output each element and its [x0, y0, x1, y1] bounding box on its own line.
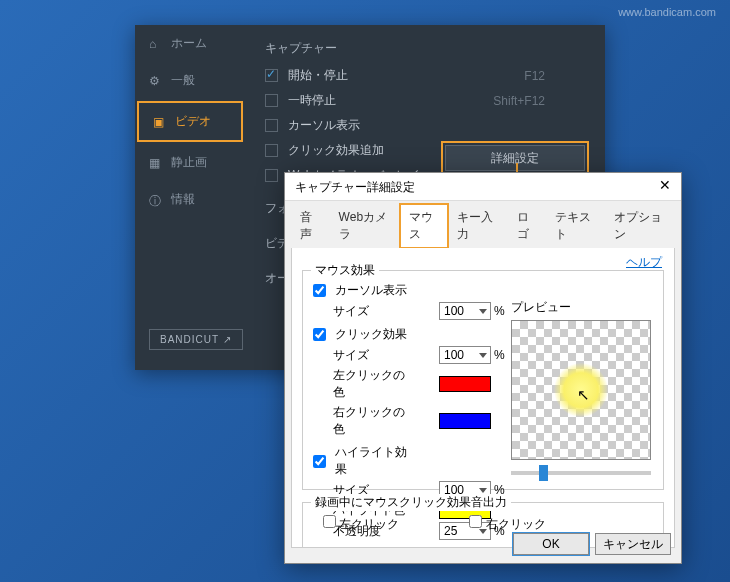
tab-logo[interactable]: ロゴ — [508, 204, 547, 248]
watermark: www.bandicam.com — [618, 6, 716, 18]
capture-advanced-dialog: キャプチャー詳細設定 ✕ 音声 Webカメラ マウス キー入力 ロゴ テキスト … — [284, 172, 682, 564]
sidebar-item-home[interactable]: ⌂ ホーム — [135, 25, 245, 62]
sidebar-label: ビデオ — [175, 113, 211, 130]
home-icon: ⌂ — [149, 37, 163, 51]
opacity-slider[interactable] — [511, 471, 651, 475]
checkbox-sound-left[interactable]: 左クリック — [323, 515, 399, 533]
row-pause[interactable]: 一時停止 Shift+F12 — [265, 92, 585, 109]
pct-label: % — [494, 304, 505, 318]
sidebar-item-image[interactable]: ▦ 静止画 — [135, 144, 245, 181]
label-size: サイズ — [313, 347, 391, 364]
select-click-size[interactable]: 100 — [439, 346, 491, 364]
checkbox-icon[interactable] — [265, 144, 278, 157]
checkbox-icon[interactable] — [265, 69, 278, 82]
sidebar-item-info[interactable]: ⓘ 情報 — [135, 181, 245, 218]
sidebar-item-video[interactable]: ▣ ビデオ — [137, 101, 243, 142]
cancel-button[interactable]: キャンセル — [595, 533, 671, 555]
gear-icon: ⚙ — [149, 74, 163, 88]
hotkey-label: F12 — [524, 69, 545, 83]
video-icon: ▣ — [153, 115, 167, 129]
label-right-color: 右クリックの色 — [313, 404, 413, 438]
dialog-footer: OK キャンセル — [513, 533, 671, 555]
label-right-click: 右クリック — [486, 517, 546, 531]
swatch-right-click[interactable] — [439, 413, 491, 429]
dialog-title-text: キャプチャー詳細設定 — [295, 180, 415, 194]
checkbox-icon[interactable] — [265, 119, 278, 132]
image-icon: ▦ — [149, 156, 163, 170]
checkbox-icon[interactable] — [265, 169, 278, 182]
row-start-stop[interactable]: 開始・停止 F12 — [265, 67, 585, 84]
row-cursor[interactable]: カーソル表示 — [265, 117, 585, 134]
sidebar-item-general[interactable]: ⚙ 一般 — [135, 62, 245, 99]
sidebar-label: 静止画 — [171, 154, 207, 171]
group-title: 録画中にマウスクリック効果音出力 — [311, 494, 511, 511]
select-cursor-size[interactable]: 100 — [439, 302, 491, 320]
preview-label: プレビュー — [511, 299, 651, 316]
tab-mouse[interactable]: マウス — [400, 204, 449, 248]
tab-audio[interactable]: 音声 — [291, 204, 330, 248]
checkbox-click-effect[interactable] — [313, 328, 326, 341]
row-label: 開始・停止 — [288, 67, 348, 84]
sidebar-label: 情報 — [171, 191, 195, 208]
checkbox-sound-right[interactable]: 右クリック — [469, 515, 545, 533]
checkbox-highlight-effect[interactable] — [313, 455, 326, 468]
tab-webcam[interactable]: Webカメラ — [330, 204, 400, 248]
dialog-body: ヘルプ マウス効果 カーソル表示 サイズ 100 % クリック効果 サイズ 10… — [291, 248, 675, 548]
bandicut-link[interactable]: BANDICUT ↗ — [149, 329, 243, 350]
tab-strip: 音声 Webカメラ マウス キー入力 ロゴ テキスト オプション — [285, 201, 681, 248]
checkbox-icon[interactable] — [469, 515, 482, 528]
slider-thumb-icon[interactable] — [539, 465, 548, 481]
sidebar-label: 一般 — [171, 72, 195, 89]
preview-canvas: ↖ — [511, 320, 651, 460]
dialog-title-bar: キャプチャー詳細設定 ✕ — [285, 173, 681, 201]
checkbox-icon[interactable] — [323, 515, 336, 528]
group-title: マウス効果 — [311, 262, 379, 279]
tab-options[interactable]: オプション — [605, 204, 675, 248]
label-left-click: 左クリック — [339, 517, 399, 531]
hotkey-label: Shift+F12 — [493, 94, 545, 108]
label-click-effect: クリック効果 — [331, 326, 409, 343]
row-label: 一時停止 — [288, 92, 336, 109]
label-left-color: 左クリックの色 — [313, 367, 413, 401]
checkbox-cursor-show[interactable] — [313, 284, 326, 297]
sidebar: ⌂ ホーム ⚙ 一般 ▣ ビデオ ▦ 静止画 ⓘ 情報 BANDICUT ↗ — [135, 25, 245, 370]
info-icon: ⓘ — [149, 193, 163, 207]
label-highlight-effect: ハイライト効果 — [331, 444, 409, 478]
group-mouse-effect: マウス効果 カーソル表示 サイズ 100 % クリック効果 サイズ 100 % — [302, 270, 664, 490]
label-size: サイズ — [313, 303, 391, 320]
label-cursor-show: カーソル表示 — [331, 282, 409, 299]
row-label: カーソル表示 — [288, 117, 360, 134]
advanced-settings-button[interactable]: 詳細設定 — [445, 145, 585, 171]
close-icon[interactable]: ✕ — [655, 177, 675, 195]
help-link[interactable]: ヘルプ — [626, 254, 662, 271]
tab-keyboard[interactable]: キー入力 — [448, 204, 507, 248]
checkbox-icon[interactable] — [265, 94, 278, 107]
row-label: クリック効果追加 — [288, 142, 384, 159]
ok-button[interactable]: OK — [513, 533, 589, 555]
tab-text[interactable]: テキスト — [546, 204, 605, 248]
pct-label: % — [494, 348, 505, 362]
cursor-preview-icon: ↖ — [577, 386, 590, 404]
capture-section-title: キャプチャー — [265, 40, 585, 57]
sidebar-label: ホーム — [171, 35, 207, 52]
preview-area: プレビュー ↖ — [511, 299, 651, 460]
swatch-left-click[interactable] — [439, 376, 491, 392]
